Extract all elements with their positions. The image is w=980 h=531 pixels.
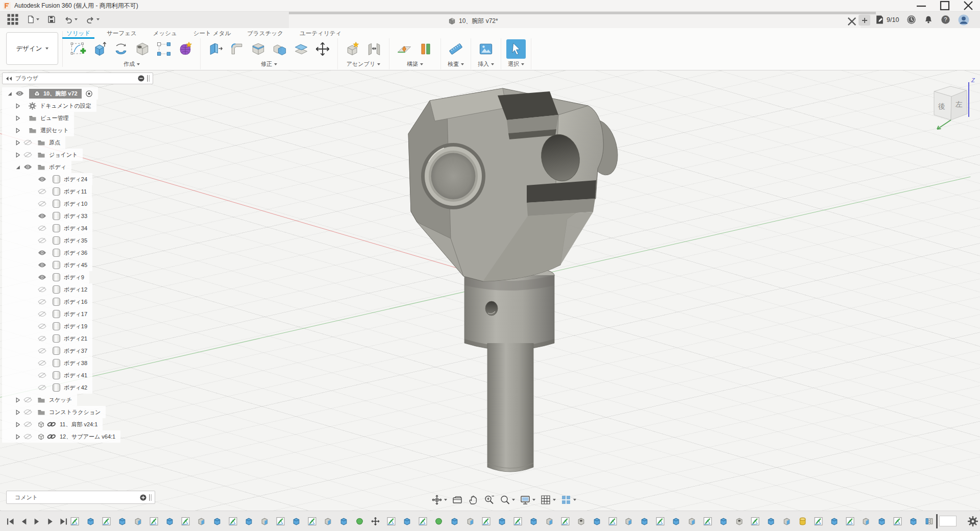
maximize-button[interactable] <box>933 0 957 11</box>
browser-body-row[interactable]: ボディ17 <box>2 308 92 320</box>
tab-close-icon[interactable] <box>847 17 856 26</box>
expand-collapsed-icon[interactable] <box>15 128 20 133</box>
timeline-feature-2[interactable] <box>86 515 95 527</box>
visibility-on-icon[interactable] <box>15 90 24 96</box>
expand-collapsed-icon[interactable] <box>15 422 20 427</box>
construction-axis-tool-button[interactable] <box>416 39 435 59</box>
browser-body-row[interactable]: ボディ33 <box>2 210 92 222</box>
browser-body-row[interactable]: ボディ11 <box>2 185 92 198</box>
joint-tool-button[interactable] <box>364 39 384 59</box>
move-tool-button[interactable] <box>313 39 332 59</box>
timeline-feature-29[interactable] <box>513 515 522 527</box>
browser-body-row[interactable]: ボディ10 <box>2 198 92 210</box>
redo-button[interactable] <box>83 13 102 26</box>
browser-body-row[interactable]: ボディ41 <box>2 369 92 381</box>
browser-body-row[interactable]: ボディ9 <box>2 271 89 283</box>
timeline-feature-26[interactable] <box>466 515 475 527</box>
offset-plane-tool-button[interactable] <box>395 39 414 59</box>
visibility-off-icon[interactable] <box>38 360 46 366</box>
timeline-feature-44[interactable] <box>751 515 760 527</box>
timeline-feature-6[interactable] <box>150 515 158 527</box>
timeline-feature-5[interactable] <box>134 515 142 527</box>
browser-body-row[interactable]: ボディ42 <box>2 381 92 394</box>
browser-header[interactable]: ブラウザ <box>2 73 153 84</box>
undo-button[interactable] <box>61 13 80 26</box>
skip-end-button[interactable] <box>59 517 68 526</box>
browser-folder-row[interactable]: ボディ <box>2 161 71 173</box>
expand-collapsed-icon[interactable] <box>15 152 20 158</box>
skip-start-button[interactable] <box>6 517 15 526</box>
expand-collapsed-icon[interactable] <box>15 140 20 146</box>
browser-body-row[interactable]: ボディ21 <box>2 332 92 345</box>
expand-collapsed-icon[interactable] <box>15 115 20 121</box>
timeline-feature-8[interactable] <box>181 515 190 527</box>
timeline-feature-13[interactable] <box>260 515 269 527</box>
fit-nav-button[interactable] <box>499 494 515 505</box>
timeline-feature-31[interactable] <box>545 515 554 527</box>
comment-drag-handle[interactable] <box>149 494 152 501</box>
clock-icon[interactable] <box>906 15 916 25</box>
expand-collapsed-icon[interactable] <box>15 434 20 440</box>
visibility-off-icon[interactable] <box>38 311 46 317</box>
timeline-feature-36[interactable] <box>624 515 633 527</box>
ribbon-group-label[interactable]: アセンブリ <box>347 60 380 68</box>
comment-box[interactable]: コメント <box>6 491 155 504</box>
browser-root-row[interactable]: 10、腕部 v72 <box>2 87 98 100</box>
timeline-feature-15[interactable] <box>292 515 301 527</box>
timeline-feature-22[interactable] <box>403 515 411 527</box>
hole-tool-button[interactable] <box>133 39 152 59</box>
collapse-panel-icon[interactable] <box>6 76 12 81</box>
orbit-nav-button[interactable] <box>431 494 447 505</box>
document-tab[interactable]: 10、腕部 v72* <box>289 14 861 28</box>
ribbon-group-label[interactable]: 検査 <box>448 60 464 68</box>
browser-body-row[interactable]: ボディ37 <box>2 345 92 357</box>
timeline-feature-51[interactable] <box>862 515 870 527</box>
timeline-feature-42[interactable] <box>719 515 728 527</box>
timeline-feature-17[interactable] <box>324 515 332 527</box>
visibility-off-icon[interactable] <box>23 421 32 427</box>
visibility-off-icon[interactable] <box>38 286 46 293</box>
timeline-feature-11[interactable] <box>229 515 237 527</box>
viewports-nav-button[interactable] <box>560 494 576 505</box>
visibility-off-icon[interactable] <box>38 299 46 305</box>
visibility-off-icon[interactable] <box>38 188 46 195</box>
timeline-feature-37[interactable] <box>640 515 649 527</box>
minimize-button[interactable] <box>910 0 933 11</box>
visibility-on-icon[interactable] <box>38 274 46 280</box>
timeline-feature-23[interactable] <box>419 515 427 527</box>
timeline-feature-20[interactable] <box>371 515 380 527</box>
browser-body-row[interactable]: ボディ45 <box>2 259 92 271</box>
visibility-off-icon[interactable] <box>38 372 46 378</box>
timeline-feature-43[interactable] <box>735 515 744 527</box>
browser-body-row[interactable]: ボディ19 <box>2 320 92 332</box>
panel-drag-handle[interactable] <box>147 75 150 82</box>
browser-body-row[interactable]: ボディ34 <box>2 222 92 234</box>
visibility-off-icon[interactable] <box>38 225 46 231</box>
timeline-feature-1[interactable] <box>70 515 79 527</box>
timeline-feature-34[interactable] <box>593 515 601 527</box>
expand-collapsed-icon[interactable] <box>15 409 20 415</box>
app-grid-icon[interactable] <box>4 13 21 26</box>
model-3d-part[interactable] <box>398 85 623 489</box>
step-forward-button[interactable] <box>46 517 55 526</box>
browser-folder-row[interactable]: ドキュメントの設定 <box>2 100 96 112</box>
panel-minus-icon[interactable] <box>138 75 144 82</box>
ribbon-group-label[interactable]: 選択 <box>508 60 524 68</box>
timeline-feature-35[interactable] <box>608 515 617 527</box>
timeline-feature-45[interactable] <box>767 515 775 527</box>
browser-folder-row[interactable]: 選択セット <box>2 124 74 136</box>
timeline-feature-19[interactable] <box>355 515 364 527</box>
visibility-off-icon[interactable] <box>38 237 46 244</box>
ribbon-group-label[interactable]: 挿入 <box>478 60 494 68</box>
timeline-feature-18[interactable] <box>339 515 348 527</box>
design-workspace-button[interactable]: デザイン <box>6 32 58 65</box>
browser-body-row[interactable]: ボディ24 <box>2 173 92 185</box>
visibility-off-icon[interactable] <box>38 384 46 391</box>
expand-collapsed-icon[interactable] <box>15 103 20 109</box>
timeline-feature-40[interactable] <box>688 515 696 527</box>
look-at-nav-button[interactable] <box>452 494 463 505</box>
zoom-nav-button[interactable] <box>483 494 495 505</box>
timeline-feature-53[interactable] <box>893 515 902 527</box>
select-tool-button[interactable] <box>506 39 526 59</box>
browser-folder-row[interactable]: 原点 <box>2 136 65 149</box>
